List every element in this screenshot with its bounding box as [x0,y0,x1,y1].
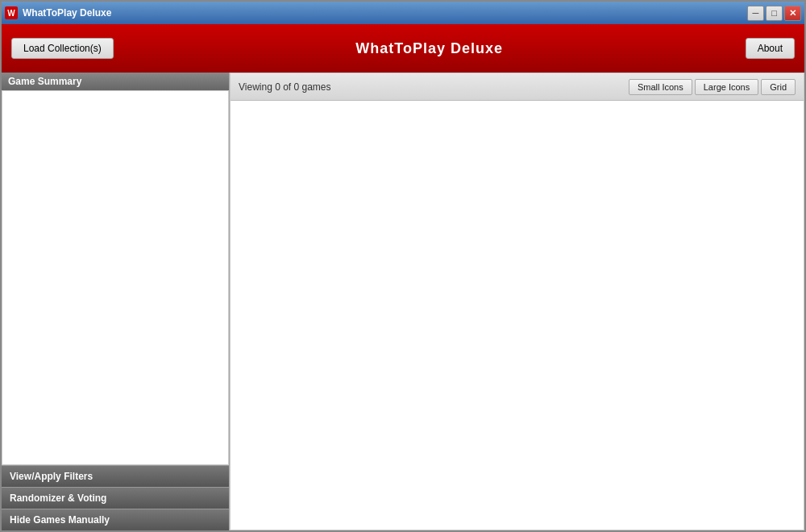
main-window: W WhatToPlay Deluxe ─ □ ✕ Load Collectio… [0,0,806,532]
app-title: WhatToPlay Deluxe [114,40,746,57]
large-icons-button[interactable]: Large Icons [695,79,758,95]
main-content: Game Summary View/Apply Filters Randomiz… [2,73,804,530]
hide-games-manually-button[interactable]: Hide Games Manually [2,509,229,530]
title-bar-left: W WhatToPlay Deluxe [5,6,111,19]
close-button[interactable]: ✕ [784,6,801,21]
sidebar-footer: View/Apply Filters Randomizer & Voting H… [2,465,229,530]
randomizer-voting-button[interactable]: Randomizer & Voting [2,487,229,509]
right-panel-header: Viewing 0 of 0 games Small Icons Large I… [231,73,804,101]
right-panel: Viewing 0 of 0 games Small Icons Large I… [230,73,804,530]
about-button[interactable]: About [746,38,795,59]
minimize-button[interactable]: ─ [747,6,764,21]
title-bar: W WhatToPlay Deluxe ─ □ ✕ [2,2,804,24]
viewing-count: Viewing 0 of 0 games [239,81,331,93]
view-apply-filters-button[interactable]: View/Apply Filters [2,465,229,487]
sidebar: Game Summary View/Apply Filters Randomiz… [2,73,230,530]
sidebar-title: Game Summary [8,76,81,87]
window-controls: ─ □ ✕ [747,6,801,21]
window-title: WhatToPlay Deluxe [23,7,111,19]
view-controls: Small Icons Large Icons Grid [629,79,796,95]
toolbar: Load Collection(s) WhatToPlay Deluxe Abo… [2,24,804,73]
sidebar-header: Game Summary [2,73,229,90]
games-display-area [231,101,804,530]
grid-button[interactable]: Grid [761,79,796,95]
load-collections-button[interactable]: Load Collection(s) [11,38,114,59]
app-icon: W [5,6,18,19]
small-icons-button[interactable]: Small Icons [629,79,692,95]
maximize-button[interactable]: □ [766,6,783,21]
game-summary-panel [2,90,229,465]
